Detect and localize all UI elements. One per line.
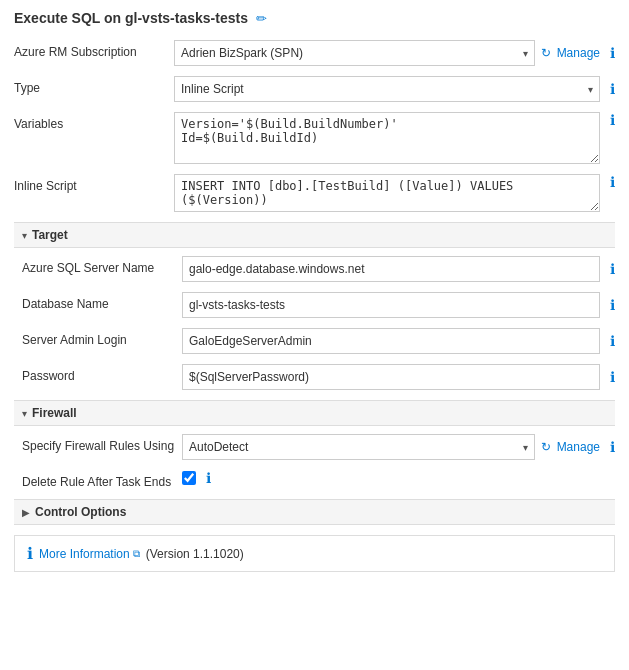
footer-version: (Version 1.1.1020) bbox=[146, 547, 244, 561]
inline-script-textarea[interactable] bbox=[174, 174, 600, 212]
target-section-label: Target bbox=[32, 228, 68, 242]
firewall-section-label: Firewall bbox=[32, 406, 77, 420]
password-label: Password bbox=[22, 364, 182, 383]
admin-login-input[interactable] bbox=[182, 328, 600, 354]
inline-script-row: Inline Script ℹ bbox=[14, 174, 615, 212]
database-name-input[interactable] bbox=[182, 292, 600, 318]
admin-login-info-icon[interactable]: ℹ bbox=[610, 333, 615, 349]
specify-rules-label: Specify Firewall Rules Using bbox=[22, 434, 182, 453]
target-chevron-icon: ▾ bbox=[22, 230, 27, 241]
target-section-header[interactable]: ▾ Target bbox=[14, 222, 615, 248]
subscription-info-icon[interactable]: ℹ bbox=[610, 45, 615, 61]
target-section-content: Azure SQL Server Name ℹ Database Name ℹ … bbox=[14, 256, 615, 390]
firewall-chevron-icon: ▾ bbox=[22, 408, 27, 419]
server-name-info-icon[interactable]: ℹ bbox=[610, 261, 615, 277]
delete-rule-checkbox[interactable] bbox=[182, 471, 196, 485]
footer-bar: ℹ More Information ⧉ (Version 1.1.1020) bbox=[14, 535, 615, 572]
variables-info-icon[interactable]: ℹ bbox=[610, 112, 615, 128]
inline-script-info-icon[interactable]: ℹ bbox=[610, 174, 615, 190]
database-name-row: Database Name ℹ bbox=[22, 292, 615, 318]
type-row: Type Inline Script ▾ ℹ bbox=[14, 76, 615, 102]
firewall-section-header[interactable]: ▾ Firewall bbox=[14, 400, 615, 426]
subscription-manage-link[interactable]: Manage bbox=[557, 46, 600, 60]
type-select[interactable]: Inline Script bbox=[174, 76, 600, 102]
control-options-chevron-icon: ▶ bbox=[22, 507, 30, 518]
control-options-label: Control Options bbox=[35, 505, 126, 519]
type-label: Type bbox=[14, 76, 174, 95]
database-name-label: Database Name bbox=[22, 292, 182, 311]
password-info-icon[interactable]: ℹ bbox=[610, 369, 615, 385]
specify-rules-info-icon[interactable]: ℹ bbox=[610, 439, 615, 455]
variables-row: Variables ℹ bbox=[14, 112, 615, 164]
password-row: Password ℹ bbox=[22, 364, 615, 390]
subscription-select[interactable]: Adrien BizSpark (SPN) bbox=[174, 40, 535, 66]
page-title: Execute SQL on gl-vsts-tasks-tests bbox=[14, 10, 248, 26]
specify-rules-row: Specify Firewall Rules Using AutoDetect … bbox=[22, 434, 615, 460]
admin-login-row: Server Admin Login ℹ bbox=[22, 328, 615, 354]
more-information-link[interactable]: More Information ⧉ bbox=[39, 547, 140, 561]
password-input[interactable] bbox=[182, 364, 600, 390]
admin-login-label: Server Admin Login bbox=[22, 328, 182, 347]
variables-label: Variables bbox=[14, 112, 174, 131]
database-name-info-icon[interactable]: ℹ bbox=[610, 297, 615, 313]
footer-info-icon: ℹ bbox=[27, 544, 33, 563]
server-name-label: Azure SQL Server Name bbox=[22, 256, 182, 275]
variables-textarea[interactable] bbox=[174, 112, 600, 164]
server-name-input[interactable] bbox=[182, 256, 600, 282]
firewall-manage-link[interactable]: Manage bbox=[557, 440, 600, 454]
control-options-header[interactable]: ▶ Control Options bbox=[14, 499, 615, 525]
refresh-icon[interactable]: ↻ bbox=[541, 46, 551, 60]
firewall-refresh-icon[interactable]: ↻ bbox=[541, 440, 551, 454]
delete-rule-label: Delete Rule After Task Ends bbox=[22, 470, 182, 489]
specify-rules-select[interactable]: AutoDetect bbox=[182, 434, 535, 460]
external-link-icon: ⧉ bbox=[133, 548, 140, 560]
inline-script-label: Inline Script bbox=[14, 174, 174, 193]
delete-rule-info-icon[interactable]: ℹ bbox=[206, 470, 211, 486]
server-name-row: Azure SQL Server Name ℹ bbox=[22, 256, 615, 282]
edit-icon[interactable]: ✏ bbox=[256, 11, 267, 26]
delete-rule-row: Delete Rule After Task Ends ℹ bbox=[22, 470, 615, 489]
firewall-section-content: Specify Firewall Rules Using AutoDetect … bbox=[14, 434, 615, 489]
more-info-label: More Information bbox=[39, 547, 130, 561]
subscription-label: Azure RM Subscription bbox=[14, 40, 174, 59]
subscription-row: Azure RM Subscription Adrien BizSpark (S… bbox=[14, 40, 615, 66]
type-info-icon[interactable]: ℹ bbox=[610, 81, 615, 97]
